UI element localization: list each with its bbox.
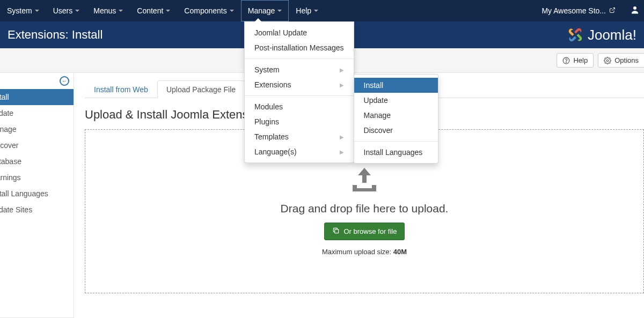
- nav-manage[interactable]: Manage: [241, 0, 289, 21]
- menu-divider: [245, 58, 354, 59]
- submenu-install[interactable]: Install: [354, 78, 438, 93]
- caret-icon: [75, 10, 79, 12]
- sidebar-item-label: Install: [0, 93, 9, 101]
- caret-icon: [35, 10, 39, 12]
- caret-icon: [277, 10, 282, 12]
- topnav-left: System Users Menus Content Components Ma…: [0, 0, 325, 21]
- menu-joomla-update-label: Joomla! Update: [254, 28, 307, 37]
- chevron-right-icon: ▶: [340, 149, 344, 155]
- menu-divider: [245, 95, 354, 96]
- submenu-manage[interactable]: Manage: [354, 108, 438, 123]
- nav-help-label: Help: [296, 6, 311, 15]
- tab-install-from-web[interactable]: Install from Web: [85, 80, 157, 98]
- nav-components[interactable]: Components: [177, 0, 240, 21]
- menu-plugins[interactable]: Plugins: [245, 114, 354, 129]
- menu-joomla-update[interactable]: Joomla! Update: [245, 25, 354, 40]
- menu-modules-label: Modules: [254, 102, 283, 111]
- nav-menus[interactable]: Menus: [86, 0, 130, 21]
- menu-system[interactable]: System▶: [245, 62, 354, 77]
- nav-system-label: System: [7, 6, 32, 15]
- menu-system-label: System: [254, 65, 280, 74]
- site-link[interactable]: My Awesome Sto...: [535, 6, 623, 16]
- joomla-logo: Joomla!: [566, 26, 636, 44]
- sidebar-item-label: Update: [0, 109, 13, 117]
- svg-point-4: [606, 60, 609, 62]
- sidebar-item-install-languages[interactable]: Install Languages: [0, 186, 74, 202]
- svg-rect-8: [334, 230, 338, 233]
- brand-text: Joomla!: [588, 27, 636, 43]
- nav-components-label: Components: [184, 6, 226, 15]
- menu-languages-label: Language(s): [254, 147, 297, 156]
- sidebar-list: Install Update Manage Discover Database …: [0, 89, 74, 218]
- menu-divider: [354, 141, 438, 142]
- chevron-right-icon: ▶: [340, 67, 344, 73]
- nav-system[interactable]: System: [0, 0, 46, 21]
- menu-modules[interactable]: Modules: [245, 99, 354, 114]
- arrow-left-circle-icon[interactable]: ←: [60, 76, 69, 86]
- caret-icon: [314, 10, 318, 12]
- site-name-label: My Awesome Sto...: [541, 6, 606, 15]
- nav-content-label: Content: [137, 6, 163, 15]
- submenu-discover-label: Discover: [364, 126, 393, 135]
- menu-plugins-label: Plugins: [254, 117, 279, 126]
- sidebar-item-install[interactable]: Install: [0, 89, 74, 105]
- submenu-install-languages[interactable]: Install Languages: [354, 145, 438, 160]
- nav-users[interactable]: Users: [46, 0, 87, 21]
- sidebar-item-label: Warnings: [0, 173, 21, 182]
- menu-templates[interactable]: Templates▶: [245, 129, 354, 144]
- sidebar-item-manage[interactable]: Manage: [0, 121, 74, 137]
- help-button-label: Help: [573, 56, 588, 64]
- extensions-submenu: Install Update Manage Discover Install L…: [354, 74, 438, 164]
- gear-icon: [604, 57, 611, 64]
- nav-manage-label: Manage: [248, 6, 275, 15]
- joomla-logo-icon: [566, 26, 584, 44]
- sidebar-item-warnings[interactable]: Warnings: [0, 169, 74, 186]
- submenu-manage-label: Manage: [364, 111, 391, 120]
- submenu-install-label: Install: [364, 81, 384, 90]
- sidebar: ← Install Update Manage Discover Databas…: [0, 73, 74, 318]
- menu-extensions-label: Extensions: [254, 80, 291, 89]
- nav-content[interactable]: Content: [130, 0, 177, 21]
- sidebar-item-database[interactable]: Database: [0, 153, 74, 169]
- user-icon[interactable]: [630, 5, 640, 17]
- caret-icon: [119, 10, 123, 12]
- options-button[interactable]: Options: [598, 53, 644, 68]
- svg-point-3: [566, 62, 567, 62]
- menu-post-install[interactable]: Post-installation Messages: [245, 40, 354, 55]
- external-link-icon: [609, 6, 616, 15]
- sidebar-item-label: Discover: [0, 141, 18, 150]
- max-upload-text: Maximum upload size: 40M: [322, 248, 407, 256]
- menu-post-install-label: Post-installation Messages: [254, 43, 344, 52]
- chevron-right-icon: ▶: [340, 134, 344, 140]
- sidebar-item-label: Manage: [0, 125, 17, 134]
- caret-icon: [230, 10, 234, 12]
- topnav-spacer: [325, 0, 535, 21]
- chevron-right-icon: ▶: [340, 82, 344, 88]
- sidebar-item-label: Update Sites: [0, 205, 32, 214]
- submenu-discover[interactable]: Discover: [354, 123, 438, 138]
- sidebar-collapse: ←: [0, 73, 74, 89]
- menu-extensions[interactable]: Extensions▶: [245, 77, 354, 92]
- tab-upload-package[interactable]: Upload Package File: [157, 80, 245, 98]
- sidebar-item-label: Install Languages: [0, 189, 48, 198]
- question-circle-icon: [562, 57, 570, 64]
- drop-text: Drag and drop file here to upload.: [281, 202, 449, 215]
- sidebar-item-update[interactable]: Update: [0, 105, 74, 121]
- max-upload-label: Maximum upload size:: [322, 248, 393, 256]
- svg-rect-7: [372, 185, 376, 191]
- submenu-update[interactable]: Update: [354, 93, 438, 108]
- caret-icon: [166, 10, 170, 12]
- sidebar-item-discover[interactable]: Discover: [0, 137, 74, 153]
- dropdown-pointer-icon: [254, 18, 262, 22]
- browse-button-label: Or browse for file: [344, 227, 397, 235]
- sidebar-item-update-sites[interactable]: Update Sites: [0, 202, 74, 218]
- menu-languages[interactable]: Language(s)▶: [245, 144, 354, 159]
- manage-dropdown: Joomla! Update Post-installation Message…: [244, 21, 354, 163]
- help-button[interactable]: Help: [557, 53, 594, 68]
- browse-file-button[interactable]: Or browse for file: [324, 223, 405, 240]
- svg-point-1: [633, 6, 636, 10]
- tab-label: Upload Package File: [166, 85, 236, 94]
- nav-help[interactable]: Help: [289, 0, 325, 21]
- submenu-install-languages-label: Install Languages: [364, 148, 423, 157]
- topnav-right: My Awesome Sto...: [535, 0, 644, 21]
